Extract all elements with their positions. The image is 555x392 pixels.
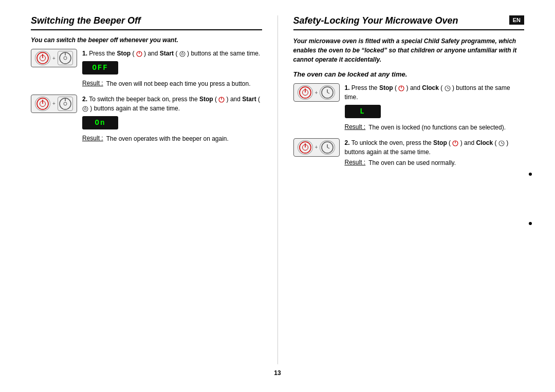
left-step-1-number: 1. Press the Stop ( ) and Start ( ) butt…	[82, 49, 262, 58]
display-L-text: L	[360, 107, 365, 116]
page: Switching the Beeper Off You can switch …	[0, 0, 555, 392]
right-result-label-1: Result :	[345, 123, 366, 132]
svg-point-8	[181, 53, 183, 55]
right-stop-icon-2	[298, 140, 313, 155]
svg-point-18	[84, 108, 86, 110]
svg-line-39	[502, 143, 503, 144]
right-step-2-result: Result : The oven can be used normally.	[345, 159, 525, 167]
left-column: Switching the Beeper Off You can switch …	[31, 15, 278, 364]
left-step-2: + 2. To switch the beeper back on, press…	[31, 95, 262, 143]
display-off: OFF	[82, 61, 118, 74]
right-section-title: Safety-Locking Your Microwave Oven	[293, 15, 525, 30]
left-step-2-result: Result : The oven operates with the beep…	[82, 135, 262, 143]
right-step-2-content: 2. To unlock the oven, press the Stop ( …	[345, 138, 525, 167]
right-stop-icon-1	[298, 85, 313, 100]
display-on-text: On	[95, 119, 106, 127]
svg-line-24	[327, 92, 329, 94]
clock-icon-1	[320, 85, 335, 100]
left-step-2-content: 2. To switch the beeper back on, press t…	[82, 95, 262, 143]
right-intro: Your microwave oven is fitted with a spe…	[293, 36, 525, 64]
right-step-1-text: 1. Press the Stop ( ) and Clock ( ) butt…	[345, 83, 525, 102]
bullet-dot-1	[529, 173, 532, 176]
result-label-2: Result :	[82, 135, 103, 143]
left-step-1: + 1. Press the Stop (	[31, 49, 262, 88]
left-step-1-result: Result : The oven will not beep each tim…	[82, 80, 262, 88]
right-button-image-2: +	[293, 138, 340, 157]
display-on: On	[82, 116, 118, 129]
separator: +	[52, 55, 55, 61]
right-button-image-1: +	[293, 83, 340, 102]
step-1-num: 1.	[82, 50, 87, 57]
right-subtitle: The oven can be locked at any time.	[293, 70, 525, 78]
display-off-text: OFF	[92, 64, 108, 72]
right-sep-1: +	[315, 90, 318, 96]
result-text-2: The oven operates with the beeper on aga…	[106, 135, 229, 143]
stop-button-icon-2	[35, 97, 50, 111]
right-step-1: + 1. Press the Stop ( ) and C	[293, 83, 525, 132]
svg-line-29	[448, 88, 449, 89]
bullet-dot-2	[529, 222, 532, 225]
clock-icon-2	[320, 140, 335, 155]
button-image-2: +	[31, 95, 77, 113]
right-sep-2: +	[315, 144, 318, 150]
right-step-1-result: Result : The oven is locked (no function…	[345, 123, 525, 132]
svg-line-34	[327, 147, 329, 148]
right-column: EN Safety-Locking Your Microwave Oven Yo…	[278, 15, 525, 364]
right-result-text-1: The oven is locked (no functions can be …	[368, 123, 506, 132]
bullet-dots	[529, 173, 532, 225]
right-result-label-2: Result :	[345, 159, 366, 167]
display-L: L	[345, 105, 381, 118]
left-step-1-content: 1. Press the Stop ( ) and Start ( ) butt…	[82, 49, 262, 88]
separator-2: +	[52, 101, 55, 106]
step-2-num: 2.	[82, 96, 87, 103]
right-step-2: + 2. To unlock the oven, press the Stop …	[293, 138, 525, 167]
start-button-icon-1	[58, 51, 73, 65]
svg-point-3	[64, 57, 67, 60]
right-step-1-content: 1. Press the Stop ( ) and Clock ( ) butt…	[345, 83, 525, 132]
stop-button-icon-1	[35, 51, 50, 65]
right-step-2-text: 2. To unlock the oven, press the Stop ( …	[345, 138, 525, 157]
page-number: 13	[31, 364, 524, 377]
result-label-1: Result :	[82, 80, 103, 88]
start-button-icon-2	[58, 97, 73, 111]
right-result-text-2: The oven can be used normally.	[368, 159, 456, 167]
left-step-2-text: 2. To switch the beeper back on, press t…	[82, 95, 262, 113]
svg-point-13	[64, 102, 67, 105]
left-section-title: Switching the Beeper Off	[31, 15, 262, 30]
button-image-1: +	[31, 49, 77, 67]
intro-text: Your microwave oven is fitted with a spe…	[293, 38, 517, 63]
result-text-1: The oven will not beep each time you pre…	[106, 80, 251, 88]
en-badge: EN	[509, 15, 524, 25]
left-subtitle: You can switch the beeper off whenever y…	[31, 36, 262, 44]
